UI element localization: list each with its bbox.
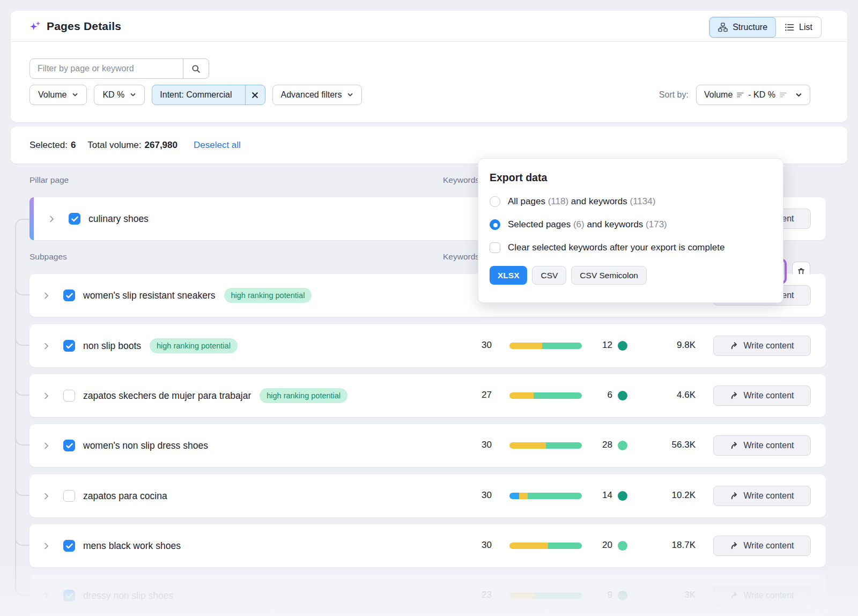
write-content-button[interactable]: Write content [713, 585, 811, 606]
selection-summary: Selected: 6 Total volume: 267,980 Desele… [29, 127, 241, 164]
send-arrow-icon [730, 391, 739, 400]
write-content-button[interactable]: Write content [713, 336, 811, 356]
header-card: Pages Details Structure [11, 11, 847, 122]
volume-value: 10.2K [635, 490, 696, 501]
kd-dot [618, 541, 627, 551]
clear-after-export-checkbox[interactable] [490, 242, 500, 253]
row-checkbox[interactable] [63, 490, 75, 502]
write-content-button[interactable]: Write content [713, 435, 811, 456]
clear-after-export-option[interactable]: Clear selected keywords after your expor… [490, 242, 772, 253]
page-title: Pages Details [47, 20, 121, 33]
pillar-page-header: Pillar page [29, 175, 69, 185]
volume-value: 9.8K [635, 340, 696, 351]
search-icon [191, 64, 201, 73]
page-label: non slip boots [83, 340, 141, 352]
kd-value: 28 [574, 440, 612, 450]
row-checkbox[interactable] [63, 340, 75, 352]
row-checkbox[interactable] [63, 390, 75, 402]
keywords-count: 30 [442, 340, 492, 351]
subpage-row[interactable]: dressy non slip shoes 23 9 3K Write cont… [29, 574, 826, 616]
subpage-row[interactable]: non slip boots high ranking potential 30… [29, 324, 826, 367]
write-content-label: Write content [744, 391, 794, 400]
export-option-selected[interactable]: Selected pages (6) and keywords (173) [490, 219, 772, 230]
subpage-row[interactable]: zapatos skechers de mujer para trabajar … [29, 374, 826, 417]
title-row: Pages Details Structure [11, 11, 847, 42]
intent-bar [509, 392, 582, 399]
sort-select[interactable]: Volume - KD % [696, 85, 810, 105]
clear-after-export-label: Clear selected keywords after your expor… [508, 242, 724, 253]
export-option-all[interactable]: All pages (118) and keywords (1134) [490, 196, 772, 207]
write-content-label: Write content [744, 441, 794, 450]
subpage-row[interactable]: zapatos para cocina 30 14 10.2K Write co… [29, 474, 826, 517]
row-checkbox[interactable] [69, 213, 80, 225]
kd-dot [618, 441, 627, 450]
expand-chevron-icon[interactable] [42, 292, 50, 300]
deselect-all-link[interactable]: Deselect all [194, 140, 241, 151]
sort-by-label: Sort by: [659, 90, 689, 100]
advanced-filters[interactable]: Advanced filters [272, 85, 363, 105]
send-arrow-icon [730, 541, 739, 550]
remove-intent-filter-button[interactable] [245, 85, 265, 105]
sparkles-icon [29, 20, 41, 32]
keywords-count: 30 [442, 440, 492, 450]
kd-dot [618, 491, 627, 501]
filter-kd[interactable]: KD % [94, 85, 145, 105]
pages-details-screen: Pages Details Structure [0, 0, 858, 616]
ranking-badge: high ranking potential [150, 338, 238, 353]
kd-dot [618, 391, 627, 400]
advanced-filters-label: Advanced filters [281, 90, 342, 100]
export-csv-button[interactable]: CSV [532, 266, 566, 285]
export-csv-semicolon-button[interactable]: CSV Semicolon [571, 266, 647, 285]
search-button[interactable] [183, 59, 209, 78]
filter-intent-chip[interactable]: Intent: Commercial [152, 85, 265, 105]
export-option-selected-label: Selected pages (6) and keywords (173) [508, 219, 667, 230]
keywords-count: 23 [442, 590, 492, 600]
expand-chevron-icon[interactable] [42, 592, 50, 600]
tab-list[interactable]: List [776, 17, 821, 38]
write-content-label: Write content [744, 491, 794, 501]
expand-chevron-icon[interactable] [48, 215, 56, 223]
total-volume-label: Total volume: [87, 140, 141, 151]
write-content-button[interactable]: Write content [713, 385, 811, 406]
write-content-button[interactable]: Write content [713, 486, 811, 506]
page-label: women's non slip dress shoes [83, 440, 208, 451]
row-checkbox[interactable] [63, 440, 75, 451]
filter-volume[interactable]: Volume [29, 85, 87, 105]
intent-bar [509, 442, 582, 449]
export-xlsx-button[interactable]: XLSX [490, 266, 527, 285]
chevron-down-icon [795, 92, 802, 99]
radio-selected-pages[interactable] [490, 219, 500, 230]
write-content-label: Write content [744, 341, 794, 351]
ranking-badge: high ranking potential [224, 288, 312, 303]
tab-structure-label: Structure [733, 23, 767, 32]
row-checkbox[interactable] [63, 540, 75, 552]
expand-chevron-icon[interactable] [42, 392, 50, 400]
chevron-down-icon [347, 92, 353, 98]
row-checkbox[interactable] [63, 590, 75, 602]
expand-chevron-icon[interactable] [42, 492, 50, 500]
subpage-row[interactable]: mens black work shoes 30 20 18.7K Write … [29, 524, 826, 567]
keywords-count: 30 [442, 490, 492, 501]
expand-chevron-icon[interactable] [42, 542, 50, 550]
subpage-row[interactable]: women's non slip dress shoes 30 28 56.3K… [29, 424, 826, 467]
intent-bar [509, 592, 582, 599]
kd-value: 14 [574, 490, 612, 501]
expand-chevron-icon[interactable] [42, 442, 50, 450]
volume-value: 56.3K [635, 440, 696, 450]
kd-dot [618, 341, 627, 351]
selected-count: 6 [71, 140, 76, 151]
tab-list-label: List [799, 23, 812, 32]
sitemap-icon [718, 23, 728, 32]
write-content-button[interactable]: Write content [713, 536, 811, 556]
send-arrow-icon [730, 591, 739, 600]
row-checkbox[interactable] [63, 290, 75, 301]
list-icon [785, 23, 794, 32]
radio-all-pages[interactable] [490, 196, 500, 207]
keywords-column-header: Keywords [443, 175, 479, 185]
expand-chevron-icon[interactable] [42, 342, 50, 350]
export-format-buttons: XLSX CSV CSV Semicolon [490, 266, 772, 285]
page-label: mens black work shoes [83, 540, 181, 552]
search-input[interactable] [30, 59, 183, 78]
close-icon [252, 92, 258, 99]
tab-structure[interactable]: Structure [709, 17, 776, 38]
